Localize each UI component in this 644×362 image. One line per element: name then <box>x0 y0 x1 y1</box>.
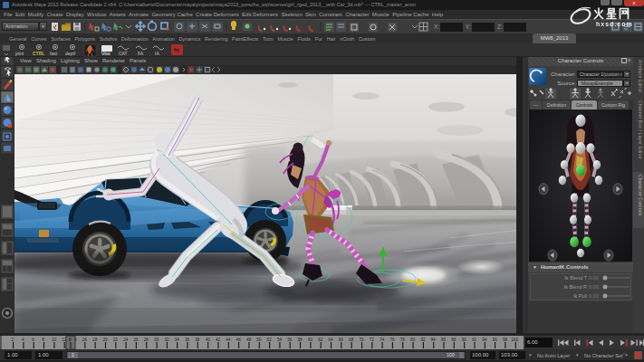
svg-text:34: 34 <box>175 338 180 342</box>
svg-text:fix: fix <box>174 47 179 52</box>
svg-text:62: 62 <box>318 338 323 342</box>
svg-text:16: 16 <box>82 338 88 342</box>
svg-text:88: 88 <box>451 338 457 342</box>
svg-text:22: 22 <box>113 338 119 342</box>
svg-text:92: 92 <box>472 338 477 342</box>
svg-text:48: 48 <box>246 338 252 342</box>
svg-text:20: 20 <box>103 338 109 342</box>
svg-text:90: 90 <box>462 338 467 342</box>
svg-text:82: 82 <box>420 338 426 342</box>
svg-text:18: 18 <box>92 338 98 342</box>
svg-text:CTRL: CTRL <box>33 51 44 56</box>
svg-text:36: 36 <box>185 338 190 342</box>
svg-text:fast: fast <box>50 51 58 56</box>
svg-text:70: 70 <box>360 338 365 342</box>
svg-text:30: 30 <box>154 338 159 342</box>
svg-text:46: 46 <box>236 338 242 342</box>
svg-text:42: 42 <box>216 338 221 342</box>
svg-text:40: 40 <box>206 338 211 342</box>
svg-text:60: 60 <box>308 338 313 342</box>
svg-text:52: 52 <box>267 338 273 342</box>
svg-text:44: 44 <box>226 338 231 342</box>
svg-text:6: 6 <box>32 338 34 342</box>
svg-text:24: 24 <box>123 338 129 342</box>
svg-text:76: 76 <box>389 338 395 342</box>
svg-text:joint: joint <box>14 51 24 56</box>
svg-text:CAT: CAT <box>119 51 128 56</box>
svg-text:26: 26 <box>133 338 139 342</box>
svg-text:66: 66 <box>339 338 344 342</box>
svg-text:86: 86 <box>441 338 447 342</box>
svg-text:80: 80 <box>410 338 416 342</box>
svg-text:54: 54 <box>277 338 283 342</box>
svg-text:32: 32 <box>164 338 169 342</box>
svg-text:56: 56 <box>287 338 293 342</box>
svg-text:28: 28 <box>144 338 149 342</box>
svg-text:8: 8 <box>43 338 45 342</box>
svg-text:94: 94 <box>482 338 487 342</box>
svg-text:hxsd.com: hxsd.com <box>596 21 633 27</box>
svg-text:FA: FA <box>138 51 144 56</box>
svg-text:Y:: Y: <box>466 24 471 30</box>
svg-text:38: 38 <box>195 338 200 342</box>
svg-text:72: 72 <box>370 338 375 342</box>
svg-text:68: 68 <box>349 338 354 342</box>
svg-text:10: 10 <box>52 338 57 342</box>
svg-text:84: 84 <box>431 338 437 342</box>
svg-text:64: 64 <box>329 338 334 342</box>
svg-text:deptf: deptf <box>65 51 76 56</box>
svg-text:58: 58 <box>298 338 303 342</box>
svg-text:96: 96 <box>493 338 498 342</box>
svg-text:X:: X: <box>434 24 439 30</box>
svg-text:8: 8 <box>69 338 72 342</box>
svg-text:2: 2 <box>12 338 14 342</box>
svg-text:Z:: Z: <box>497 24 503 30</box>
svg-text:78: 78 <box>400 338 406 342</box>
svg-text:98: 98 <box>503 338 508 342</box>
svg-text:4: 4 <box>22 338 24 342</box>
svg-text:IA: IA <box>155 51 159 56</box>
svg-text:74: 74 <box>380 338 385 342</box>
svg-text:100: 100 <box>511 338 518 342</box>
svg-text:50: 50 <box>256 338 262 342</box>
